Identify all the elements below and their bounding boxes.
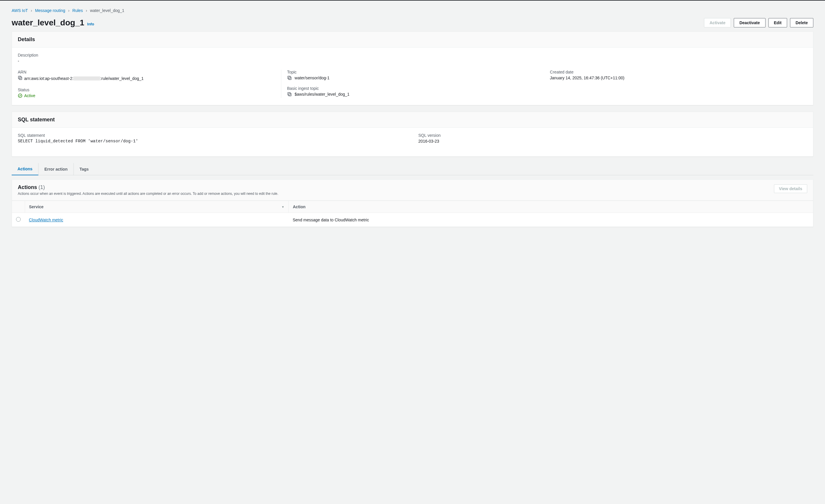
tabs: Actions Error action Tags: [12, 163, 813, 175]
copy-icon[interactable]: [18, 76, 22, 80]
arn-value: arn:aws:iot:ap-southeast-2::rule/water_l…: [24, 76, 144, 82]
service-column-label: Service: [29, 205, 44, 209]
breadcrumb-message-routing[interactable]: Message routing: [35, 8, 65, 13]
actions-col-action[interactable]: Action: [289, 201, 813, 213]
actions-col-select: [12, 201, 25, 213]
details-panel-title: Details: [18, 37, 807, 43]
description-value: -: [18, 59, 807, 63]
actions-title-text: Actions: [18, 184, 37, 190]
status-label: Status: [18, 87, 275, 92]
action-column-label: Action: [293, 205, 305, 209]
sql-statement-value: SELECT liquid_detected FROM 'water/senso…: [18, 139, 407, 144]
row-select-radio[interactable]: [16, 217, 21, 222]
action-cell: Send message data to CloudWatch metric: [289, 213, 813, 227]
created-date-label: Created date: [550, 70, 801, 74]
arn-prefix: arn:aws:iot:ap-southeast-2:: [24, 76, 73, 81]
sql-panel-title: SQL statement: [18, 117, 807, 123]
actions-count: (1): [39, 184, 45, 190]
breadcrumb: AWS IoT › Message routing › Rules › wate…: [12, 6, 813, 13]
edit-button[interactable]: Edit: [768, 18, 787, 27]
created-date-value: January 14, 2025, 16:47:36 (UTC+11:00): [550, 76, 801, 80]
breadcrumb-aws-iot[interactable]: AWS IoT: [12, 8, 28, 13]
sql-version-label: SQL version: [418, 133, 807, 138]
actions-panel: Actions (1) Actions occur when an event …: [12, 179, 813, 227]
svg-rect-4: [288, 76, 290, 79]
breadcrumb-current: water_level_dog_1: [90, 8, 125, 13]
service-link-cloudwatch-metric[interactable]: CloudWatch metric: [29, 218, 63, 222]
header-actions: Activate Deactivate Edit Delete: [704, 18, 813, 27]
breadcrumb-rules[interactable]: Rules: [72, 8, 83, 13]
svg-rect-0: [19, 77, 22, 80]
topic-value: water/sensor/dog-1: [295, 76, 330, 80]
svg-rect-1: [18, 76, 21, 79]
arn-suffix: :rule/water_level_dog_1: [100, 76, 144, 81]
svg-rect-3: [289, 77, 291, 80]
activate-button[interactable]: Activate: [704, 18, 731, 27]
chevron-right-icon: ›: [31, 8, 32, 13]
tab-tags[interactable]: Tags: [74, 163, 95, 175]
delete-button[interactable]: Delete: [790, 18, 813, 27]
description-label: Description: [18, 53, 807, 58]
chevron-right-icon: ›: [68, 8, 70, 13]
sort-caret-icon: ▼: [282, 205, 285, 209]
actions-panel-title: Actions (1): [18, 184, 278, 191]
details-panel: Details Description - ARN: [12, 31, 813, 105]
svg-rect-5: [289, 93, 291, 96]
page-header: water_level_dog_1 Info Activate Deactiva…: [12, 18, 813, 27]
sql-version-value: 2016-03-23: [418, 139, 807, 144]
deactivate-button[interactable]: Deactivate: [734, 18, 765, 27]
page-title: water_level_dog_1: [12, 18, 84, 27]
status-value: Active: [18, 93, 275, 98]
view-details-button[interactable]: View details: [774, 184, 807, 193]
status-text: Active: [24, 93, 35, 98]
actions-panel-description: Actions occur when an event is triggered…: [18, 192, 278, 196]
basic-ingest-value: $aws/rules/water_level_dog_1: [295, 92, 350, 96]
copy-icon[interactable]: [287, 76, 292, 80]
arn-label: ARN: [18, 70, 275, 74]
actions-col-service[interactable]: Service ▼: [25, 201, 289, 213]
svg-rect-6: [288, 92, 290, 95]
info-link[interactable]: Info: [87, 22, 94, 26]
table-row[interactable]: CloudWatch metric Send message data to C…: [12, 213, 813, 227]
sql-statement-label: SQL statement: [18, 133, 407, 138]
copy-icon[interactable]: [287, 92, 292, 96]
basic-ingest-label: Basic ingest topic: [287, 86, 538, 91]
chevron-right-icon: ›: [86, 8, 87, 13]
topic-label: Topic: [287, 70, 538, 74]
actions-table: Service ▼ Action CloudWatch metric: [12, 201, 813, 227]
check-circle-icon: [18, 93, 22, 98]
arn-redacted-account: [73, 76, 100, 80]
sql-panel: SQL statement SQL statement SELECT liqui…: [12, 112, 813, 157]
tab-error-action[interactable]: Error action: [39, 163, 73, 175]
tab-actions[interactable]: Actions: [12, 163, 39, 175]
